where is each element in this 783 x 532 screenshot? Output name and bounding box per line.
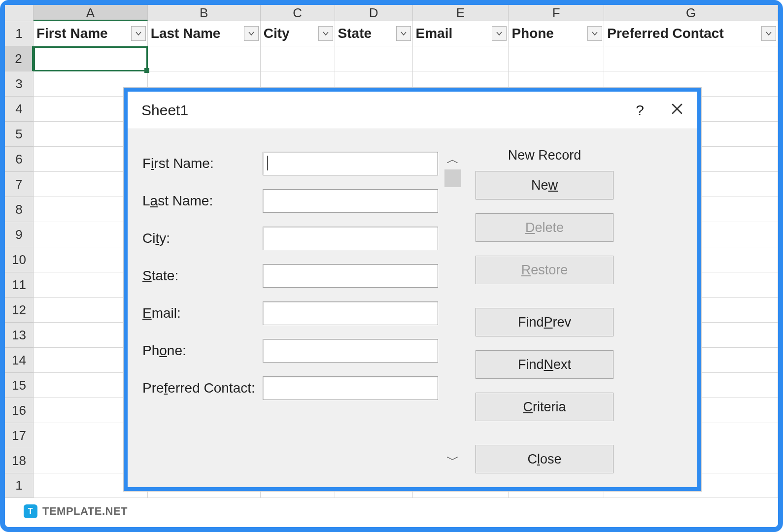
scroll-down-icon[interactable]: ﹀ — [446, 451, 459, 466]
select-all-corner[interactable] — [5, 5, 34, 21]
header-label: Preferred Contact — [607, 26, 724, 41]
header-label: Email — [416, 26, 453, 41]
row-header-7[interactable]: 7 — [5, 172, 34, 197]
cell[interactable] — [604, 46, 778, 71]
row-header-8[interactable]: 8 — [5, 197, 34, 222]
find-prev-button[interactable]: Find Prev — [476, 308, 613, 336]
cell-A2[interactable] — [34, 46, 148, 71]
dialog-titlebar[interactable]: Sheet1 ? — [128, 92, 697, 129]
filter-dropdown-F[interactable] — [587, 26, 602, 41]
cell-D1[interactable]: State — [335, 21, 413, 46]
close-button[interactable]: Close — [476, 445, 613, 473]
row-header-16[interactable]: 16 — [5, 398, 34, 423]
delete-button[interactable]: Delete — [476, 213, 613, 242]
label-last-name: Last Name: — [142, 193, 263, 209]
cell[interactable] — [261, 46, 335, 71]
cell-C1[interactable]: City — [261, 21, 335, 46]
row-header-18[interactable]: 18 — [5, 448, 34, 473]
filter-dropdown-E[interactable] — [492, 26, 507, 41]
row-header-15[interactable]: 15 — [5, 373, 34, 398]
header-label: First Name — [36, 26, 108, 41]
row-header-4[interactable]: 4 — [5, 97, 34, 122]
row-header-partial[interactable]: 1 — [5, 473, 34, 498]
help-icon[interactable]: ? — [636, 102, 644, 119]
row-header-17[interactable]: 17 — [5, 423, 34, 448]
cell-G1[interactable]: Preferred Contact — [604, 21, 778, 46]
header-label: City — [264, 26, 290, 41]
col-header-D[interactable]: D — [335, 5, 413, 21]
input-preferred-contact[interactable] — [263, 376, 438, 400]
header-label: State — [338, 26, 372, 41]
form-fields: First Name: Last Name: City: State: Emai… — [142, 145, 438, 407]
cell[interactable] — [335, 46, 413, 71]
data-form-dialog: Sheet1 ? First Name: Last Name: Cit — [124, 88, 701, 491]
filter-dropdown-B[interactable] — [244, 26, 259, 41]
record-scrollbar[interactable]: ︿ ﹀ — [443, 151, 463, 466]
filter-dropdown-A[interactable] — [131, 26, 146, 41]
row-header-5[interactable]: 5 — [5, 122, 34, 147]
watermark: T TEMPLATE.NET — [24, 504, 128, 518]
label-first-name: First Name: — [142, 156, 263, 171]
dialog-title: Sheet1 — [141, 102, 188, 119]
row-header-6[interactable]: 6 — [5, 147, 34, 172]
watermark-text: TEMPLATE.NET — [42, 505, 128, 518]
cell-E1[interactable]: Email — [413, 21, 509, 46]
row-header-14[interactable]: 14 — [5, 348, 34, 373]
filter-dropdown-G[interactable] — [761, 26, 776, 41]
label-email: Email: — [142, 305, 263, 321]
col-header-A[interactable]: A — [34, 5, 148, 21]
input-last-name[interactable] — [263, 189, 438, 213]
cell-B1[interactable]: Last Name — [148, 21, 261, 46]
label-preferred-contact: Preferred Contact: — [142, 380, 263, 396]
watermark-badge-icon: T — [24, 504, 37, 518]
row-header-12[interactable]: 12 — [5, 298, 34, 323]
scroll-track[interactable] — [444, 166, 461, 451]
scroll-up-icon[interactable]: ︿ — [446, 151, 459, 166]
cell[interactable] — [148, 46, 261, 71]
row-header-9[interactable]: 9 — [5, 222, 34, 247]
col-header-E[interactable]: E — [413, 5, 509, 21]
label-phone: Phone: — [142, 343, 263, 359]
row-header-1[interactable]: 1 — [5, 21, 34, 46]
cell-A1[interactable]: First Name — [34, 21, 148, 46]
filter-dropdown-C[interactable] — [318, 26, 333, 41]
row-header-2[interactable]: 2 — [5, 46, 34, 71]
restore-button[interactable]: Restore — [476, 256, 613, 284]
col-header-B[interactable]: B — [148, 5, 261, 21]
input-city[interactable] — [263, 227, 438, 250]
new-button[interactable]: New — [476, 171, 613, 200]
close-icon[interactable] — [671, 102, 683, 119]
cell[interactable] — [509, 46, 604, 71]
text-caret — [267, 156, 268, 170]
header-label: Last Name — [151, 26, 221, 41]
col-header-F[interactable]: F — [509, 5, 604, 21]
row-header-13[interactable]: 13 — [5, 323, 34, 348]
label-state: State: — [142, 268, 263, 284]
input-email[interactable] — [263, 301, 438, 325]
input-first-name[interactable] — [263, 152, 438, 175]
col-header-G[interactable]: G — [604, 5, 778, 21]
cell-F1[interactable]: Phone — [509, 21, 604, 46]
filter-dropdown-D[interactable] — [396, 26, 411, 41]
scroll-thumb[interactable] — [444, 169, 461, 187]
col-header-C[interactable]: C — [261, 5, 335, 21]
cell[interactable] — [413, 46, 509, 71]
input-state[interactable] — [263, 264, 438, 288]
input-phone[interactable] — [263, 339, 438, 363]
row-header-3[interactable]: 3 — [5, 71, 34, 97]
record-status: New Record — [476, 148, 613, 163]
header-label: Phone — [511, 26, 554, 41]
find-next-button[interactable]: Find Next — [476, 350, 613, 379]
criteria-button[interactable]: Criteria — [476, 393, 613, 421]
row-header-10[interactable]: 10 — [5, 247, 34, 272]
row-header-11[interactable]: 11 — [5, 272, 34, 298]
label-city: City: — [142, 231, 263, 246]
